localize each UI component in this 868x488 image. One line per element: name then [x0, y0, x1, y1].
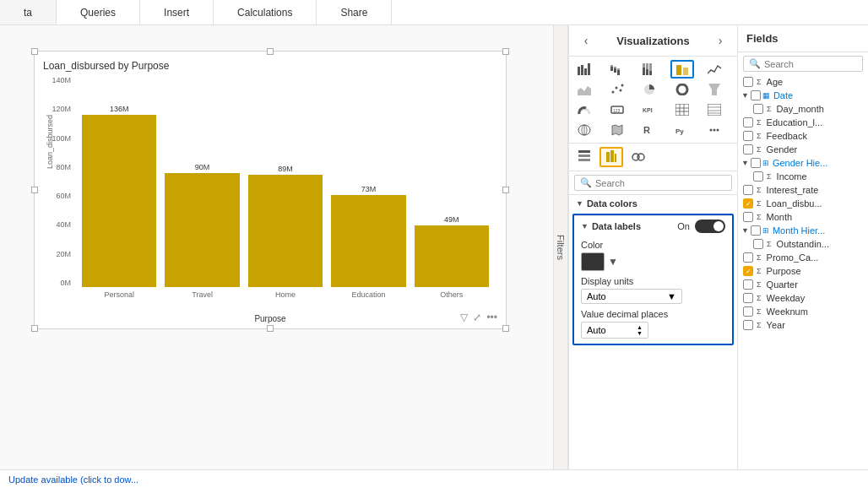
bottom-bar[interactable]: Update available (click to dow... [0, 469, 868, 488]
svg-rect-11 [643, 68, 645, 75]
field-checkbox-month-hier[interactable] [751, 225, 761, 236]
data-labels-toggle[interactable] [695, 220, 725, 233]
viz-back-button[interactable]: ‹ [578, 32, 594, 49]
nav-tab-calculations[interactable]: Calculations [214, 0, 317, 24]
field-checkbox-gender-hier[interactable] [751, 158, 761, 168]
viz-icon-clustered-bar[interactable] [670, 60, 694, 79]
field-checkbox-feedback[interactable] [743, 131, 753, 141]
field-checkbox-income[interactable] [753, 171, 763, 182]
field-type-date: ▦ [762, 91, 770, 100]
display-units-select[interactable]: Auto ▼ [581, 289, 682, 304]
decimal-places-stepper[interactable]: ▲ ▼ [637, 324, 643, 336]
viz-icon-card[interactable]: 123 [605, 100, 629, 119]
viz-icon-scatter[interactable] [605, 80, 629, 99]
viz-icon-funnel[interactable] [703, 80, 726, 99]
viz-icon-line[interactable] [703, 60, 726, 79]
nav-tab-data[interactable]: ta [0, 0, 57, 24]
viz-icon-pie[interactable] [637, 80, 661, 99]
svg-rect-2 [584, 68, 587, 75]
viz-icon-kpi[interactable]: KPI [637, 100, 661, 119]
resize-handle-br[interactable] [502, 325, 509, 332]
field-checkbox-weeknum[interactable] [743, 306, 753, 317]
data-colors-section[interactable]: ▼ Data colors [569, 194, 737, 212]
field-group-date[interactable]: ▼ ▦ Date [738, 89, 868, 102]
viz-icon-area[interactable] [572, 80, 596, 99]
bar-others[interactable] [415, 225, 489, 288]
field-group-gender-hier[interactable]: ▼ ⊞ Gender Hie... [738, 156, 868, 170]
field-checkbox-weekday[interactable] [743, 293, 753, 303]
decimal-places-input[interactable]: Auto ▲ ▼ [581, 322, 648, 339]
viz-sub-format[interactable] [599, 147, 623, 167]
field-name-weeknum: Weeknum [767, 306, 863, 317]
viz-icon-donut[interactable] [670, 80, 694, 99]
viz-search-input[interactable] [595, 178, 726, 188]
bar-travel[interactable] [165, 173, 239, 287]
field-checkbox-year[interactable] [743, 320, 753, 330]
resize-handle-bl[interactable] [31, 325, 38, 332]
field-checkbox-quarter[interactable] [743, 279, 753, 290]
data-labels-header[interactable]: ▼ Data labels On [574, 215, 732, 236]
field-item-purpose: Σ Purpose [738, 264, 868, 278]
bar-education[interactable] [331, 195, 405, 288]
viz-forward-button[interactable]: › [712, 32, 729, 49]
svg-rect-50 [606, 152, 610, 162]
field-checkbox-age[interactable] [743, 77, 753, 87]
svg-rect-35 [708, 104, 721, 116]
svg-rect-16 [676, 65, 681, 75]
field-group-month-hier[interactable]: ▼ ⊞ Month Hier... [738, 224, 868, 237]
decimal-up-arrow[interactable]: ▲ [637, 324, 643, 330]
chart-filter-icon[interactable]: ▽ [460, 312, 468, 323]
svg-point-20 [615, 87, 617, 89]
resize-handle-tl[interactable] [31, 48, 38, 55]
viz-icon-table[interactable] [670, 100, 694, 119]
fields-search-box[interactable]: 🔍 [743, 56, 863, 72]
viz-icon-stacked[interactable] [605, 60, 629, 79]
field-checkbox-gender[interactable] [743, 144, 753, 155]
viz-icon-py[interactable]: Py [670, 121, 694, 139]
viz-icon-more[interactable] [703, 121, 726, 139]
nav-tab-share[interactable]: Share [317, 0, 392, 24]
x-label-others: Others [415, 290, 489, 299]
viz-icon-gauge[interactable] [572, 100, 596, 119]
resize-handle-bm[interactable] [267, 325, 274, 332]
resize-handle-tm[interactable] [267, 48, 274, 55]
field-checkbox-date[interactable] [751, 90, 761, 100]
viz-icon-matrix[interactable] [703, 100, 726, 119]
field-checkbox-education[interactable] [743, 117, 753, 127]
viz-icon-r[interactable]: R [637, 121, 661, 139]
field-checkbox-month[interactable] [743, 212, 753, 222]
viz-icon-map[interactable] [572, 121, 596, 139]
nav-tab-queries[interactable]: Queries [57, 0, 140, 24]
bar-home[interactable] [248, 175, 323, 288]
viz-sub-fields[interactable] [572, 147, 596, 167]
resize-handle-ml[interactable] [31, 187, 38, 193]
color-swatch[interactable] [581, 252, 605, 271]
viz-icon-100stacked[interactable] [637, 60, 661, 79]
field-type-loan: Σ [757, 199, 762, 208]
chart-container[interactable]: Loan_disbursed by Purpose 140M 120M 100M… [34, 51, 507, 329]
field-checkbox-outstanding[interactable] [753, 239, 763, 249]
viz-icon-bar[interactable] [572, 60, 596, 79]
field-checkbox-loan[interactable] [743, 198, 753, 209]
viz-icon-filled-map[interactable] [605, 121, 629, 139]
color-dropdown-arrow[interactable]: ▼ [608, 256, 618, 268]
display-units-dropdown[interactable]: Auto ▼ [581, 289, 725, 304]
fields-search-input[interactable] [764, 59, 868, 69]
decimal-down-arrow[interactable]: ▼ [637, 330, 643, 336]
resize-handle-tr[interactable] [502, 48, 509, 55]
field-item-outstanding: Σ Outstandin... [738, 237, 868, 251]
viz-search-box[interactable]: 🔍 [574, 175, 732, 191]
field-checkbox-day-month[interactable] [753, 104, 763, 114]
filters-panel[interactable]: Filters [553, 25, 568, 469]
data-labels-chevron: ▼ [581, 222, 589, 230]
chart-more-icon[interactable]: ••• [486, 312, 497, 323]
bar-personal[interactable] [82, 115, 156, 287]
viz-sub-analytics[interactable] [627, 147, 650, 167]
nav-tab-insert[interactable]: Insert [140, 0, 214, 24]
field-checkbox-promo[interactable] [743, 252, 753, 263]
chart-expand-icon[interactable]: ⤢ [473, 312, 481, 323]
field-checkbox-interest[interactable] [743, 185, 753, 195]
svg-marker-18 [578, 86, 591, 95]
resize-handle-mr[interactable] [502, 187, 509, 193]
field-checkbox-purpose[interactable] [743, 266, 753, 276]
